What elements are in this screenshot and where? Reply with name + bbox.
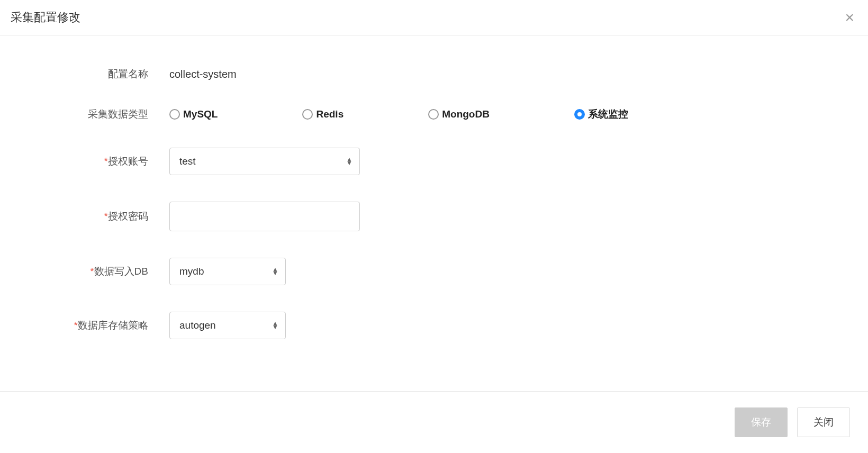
label-storage-policy: *数据库存储策略 [0,319,169,332]
select-storage-policy-value: autogen [179,320,216,331]
value-config-name-wrap: collect-system [169,68,868,80]
radio-label-mongodb: MongoDB [442,108,490,120]
required-marker: * [74,320,78,331]
label-auth-password-text: 授权密码 [108,211,148,222]
row-write-db: *数据写入DB mydb ▲▼ [0,258,868,285]
select-write-db-value: mydb [179,266,204,277]
select-write-db[interactable]: mydb [169,258,286,285]
radio-circle-checked-icon [574,109,585,120]
modal-dialog: 采集配置修改 × 配置名称 collect-system 采集数据类型 MySQ… [0,0,868,453]
radio-label-mysql: MySQL [183,108,218,120]
radio-mongodb[interactable]: MongoDB [428,108,490,120]
input-auth-password[interactable] [169,202,360,231]
required-marker: * [90,266,94,277]
label-auth-account: *授权账号 [0,155,169,168]
label-config-name: 配置名称 [0,67,169,81]
label-auth-account-text: 授权账号 [108,156,148,167]
row-data-type: 采集数据类型 MySQL Redis MongoDB [0,107,868,121]
control-write-db: mydb ▲▼ [169,258,868,285]
close-icon[interactable]: × [842,10,857,25]
value-config-name: collect-system [169,68,237,80]
radio-circle-icon [302,109,313,120]
label-auth-password: *授权密码 [0,210,169,223]
required-marker: * [104,211,108,222]
modal-body: 配置名称 collect-system 采集数据类型 MySQL Redis [0,35,868,391]
row-auth-password: *授权密码 [0,202,868,231]
modal-title: 采集配置修改 [11,10,80,25]
radio-label-redis: Redis [316,108,343,120]
radio-system-monitor[interactable]: 系统监控 [574,107,628,121]
control-auth-password [169,202,868,231]
label-storage-policy-text: 数据库存储策略 [78,320,148,331]
control-storage-policy: autogen ▲▼ [169,312,868,339]
radio-label-system-monitor: 系统监控 [588,107,628,121]
label-write-db: *数据写入DB [0,265,169,278]
required-marker: * [104,156,108,167]
save-button[interactable]: 保存 [735,407,788,437]
control-auth-account: test ▲▼ [169,148,868,175]
select-auth-account[interactable]: test [169,148,360,175]
label-config-name-text: 配置名称 [108,68,148,79]
radio-circle-icon [169,109,180,120]
radio-mysql[interactable]: MySQL [169,108,218,120]
label-write-db-text: 数据写入DB [94,266,148,277]
row-storage-policy: *数据库存储策略 autogen ▲▼ [0,312,868,339]
select-storage-policy[interactable]: autogen [169,312,286,339]
radio-group-data-type: MySQL Redis MongoDB 系统监控 [169,107,868,121]
label-data-type: 采集数据类型 [0,107,169,121]
radio-redis[interactable]: Redis [302,108,343,120]
radio-circle-icon [428,109,439,120]
modal-header: 采集配置修改 × [0,0,868,35]
row-auth-account: *授权账号 test ▲▼ [0,148,868,175]
close-button[interactable]: 关闭 [797,407,850,437]
label-data-type-text: 采集数据类型 [88,108,148,120]
modal-footer: 保存 关闭 [0,391,868,453]
select-auth-account-value: test [179,156,196,167]
row-config-name: 配置名称 collect-system [0,67,868,81]
